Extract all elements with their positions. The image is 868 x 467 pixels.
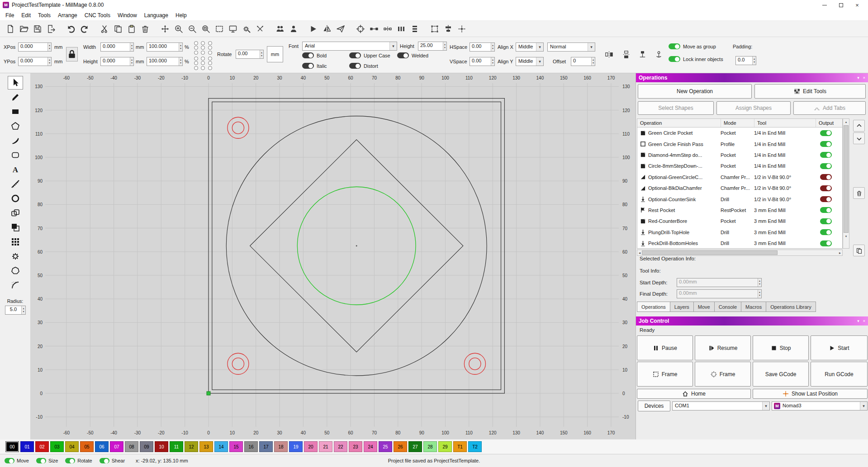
toolbar-machine-settings-button[interactable] [240, 22, 253, 36]
scroll-up-icon[interactable]: ▴ [843, 119, 849, 125]
menu-help[interactable]: Help [172, 11, 190, 20]
pane-close-icon[interactable]: × [863, 75, 865, 80]
anchor-point[interactable] [201, 61, 205, 65]
final-depth-input[interactable]: 0.00mm▴▾ [677, 289, 762, 298]
frame-outline-button[interactable]: Frame [695, 362, 751, 387]
anchor-point[interactable] [194, 46, 198, 50]
toolbar-redo-button[interactable] [78, 22, 91, 36]
height-percent-input[interactable]: 100.000▴▾ [147, 57, 183, 66]
tool-array-button[interactable] [8, 235, 23, 249]
output-toggle[interactable] [820, 185, 832, 191]
swatch-18[interactable]: 18 [274, 441, 288, 452]
status-toggle-move[interactable]: Move [5, 458, 29, 463]
swatch-12[interactable]: 12 [185, 441, 198, 452]
pane-close-icon[interactable]: × [863, 319, 865, 323]
tool-measure-button[interactable] [8, 177, 23, 191]
swatch-29[interactable]: 29 [438, 441, 452, 452]
swatch-26[interactable]: 26 [394, 441, 407, 452]
minimize-button[interactable] [816, 0, 833, 10]
delete-operation-button[interactable] [853, 187, 865, 199]
operation-row[interactable]: Optional-CounterSinkDrill1/2 in V-Bit 90… [637, 193, 842, 204]
toolbar-tools-button[interactable] [253, 22, 267, 36]
font-height-input[interactable]: 25.00▴▾ [418, 42, 447, 51]
tab-macros[interactable]: Macros [741, 302, 766, 312]
select-shapes-button[interactable]: Select Shapes [638, 101, 714, 115]
tool-arc-button[interactable] [8, 278, 23, 292]
scroll-down-icon[interactable]: ▾ [843, 233, 849, 239]
toolbar-copy-button[interactable] [111, 22, 125, 36]
swatch-17[interactable]: 17 [259, 441, 273, 452]
output-toggle[interactable] [820, 130, 832, 136]
operation-row[interactable]: Green Circle Finish PassProfile1/4 in En… [637, 138, 842, 149]
tool-draw-button[interactable] [8, 90, 23, 104]
operation-row[interactable]: Diamond-4mmStep do...Pocket1/4 in End Mi… [637, 150, 842, 160]
pane-pin-icon[interactable]: ▾ [857, 319, 859, 323]
home-button[interactable]: Home [637, 389, 751, 399]
output-toggle[interactable] [820, 241, 832, 246]
anchor-point[interactable] [194, 41, 198, 45]
operations-vscrollbar[interactable]: ▴ ▾ [843, 118, 849, 249]
output-toggle[interactable] [820, 163, 832, 169]
swatch-01[interactable]: 01 [20, 441, 34, 452]
ypos-input[interactable]: 0.000▴▾ [18, 57, 52, 66]
scroll-right-icon[interactable]: ▸ [838, 251, 842, 255]
start-button[interactable]: Start [811, 335, 868, 360]
swatch-16[interactable]: 16 [244, 441, 258, 452]
align-y-select[interactable]: Middle▾ [516, 57, 544, 66]
scroll-left-icon[interactable]: ◂ [637, 251, 642, 255]
assign-shapes-button[interactable]: Assign Shapes [716, 101, 791, 115]
anchor-point[interactable] [201, 51, 205, 55]
width-input[interactable]: 0.000▴▾ [100, 42, 134, 52]
toolbar-mirror-button[interactable] [320, 22, 334, 36]
toolbar-zoom-sel-button[interactable] [199, 22, 213, 36]
toolbar-save-button[interactable] [31, 22, 44, 36]
tool-rectangle-button[interactable] [8, 105, 23, 118]
toolbar-undo-button[interactable] [64, 22, 78, 36]
operation-row[interactable]: PeckDrill-BottomHolesDrill3 mm End Mill [637, 238, 842, 249]
toolbar-delete-button[interactable] [138, 22, 152, 36]
toolbar-cut-button[interactable] [98, 22, 111, 36]
tool-boolean-button[interactable] [8, 221, 23, 234]
toolbar-zoom-in-button[interactable] [172, 22, 185, 36]
arrange-h-button[interactable] [602, 47, 615, 61]
operation-row[interactable]: Optional-GreenCircleC...Chamfer Pr...1/2… [637, 172, 842, 183]
swatch-05[interactable]: 05 [80, 441, 94, 452]
start-depth-input[interactable]: 0.00mm▴▾ [677, 278, 762, 287]
offset-input[interactable]: 0▴▾ [571, 57, 595, 66]
swatch-19[interactable]: 19 [289, 441, 303, 452]
swatch-20[interactable]: 20 [304, 441, 318, 452]
swatch-11[interactable]: 11 [170, 441, 183, 452]
close-button[interactable]: × [849, 0, 865, 10]
output-toggle[interactable] [820, 218, 832, 224]
toolbar-monitor-button[interactable] [226, 22, 240, 36]
scroll-thumb[interactable] [642, 250, 778, 255]
swatch-03[interactable]: 03 [50, 441, 64, 452]
toolbar-target-button[interactable] [354, 22, 367, 36]
tab-layers[interactable]: Layers [670, 302, 694, 312]
menu-tools[interactable]: Tools [34, 11, 54, 20]
toolbar-distribute-h-button[interactable] [394, 22, 408, 36]
rotate-input[interactable]: 0.00▴▾ [236, 50, 264, 59]
output-toggle[interactable] [820, 174, 832, 180]
output-toggle[interactable] [820, 207, 832, 213]
style-select[interactable]: Normal▾ [547, 42, 595, 52]
pause-button[interactable]: Pause [637, 335, 693, 360]
frame-button[interactable]: Frame [637, 362, 693, 387]
tool-gear-button[interactable] [8, 250, 23, 263]
toolbar-zoom-out-button[interactable] [185, 22, 199, 36]
toolbar-node-break-button[interactable] [381, 22, 394, 36]
menu-cnc-tools[interactable]: CNC Tools [81, 11, 114, 20]
anchor-point[interactable] [194, 61, 198, 65]
arrange-v-button[interactable] [620, 47, 632, 61]
italic-toggle[interactable]: Italic [302, 63, 327, 69]
toolbar-file-new-button[interactable] [4, 22, 17, 36]
tab-move[interactable]: Move [694, 302, 715, 312]
toolbar-align-button[interactable] [441, 22, 455, 36]
anchor-point[interactable] [194, 57, 198, 61]
padding-input[interactable]: 0.0▴▾ [735, 56, 756, 65]
toolbar-origin-button[interactable] [455, 22, 469, 36]
toolbar-pan-button[interactable] [158, 22, 172, 36]
operation-row[interactable]: PlungDrill-TopHoleDrill3 mm End Mill [637, 227, 842, 238]
toolbar-marquee-button[interactable] [213, 22, 226, 36]
duplicate-operation-button[interactable] [853, 245, 865, 256]
